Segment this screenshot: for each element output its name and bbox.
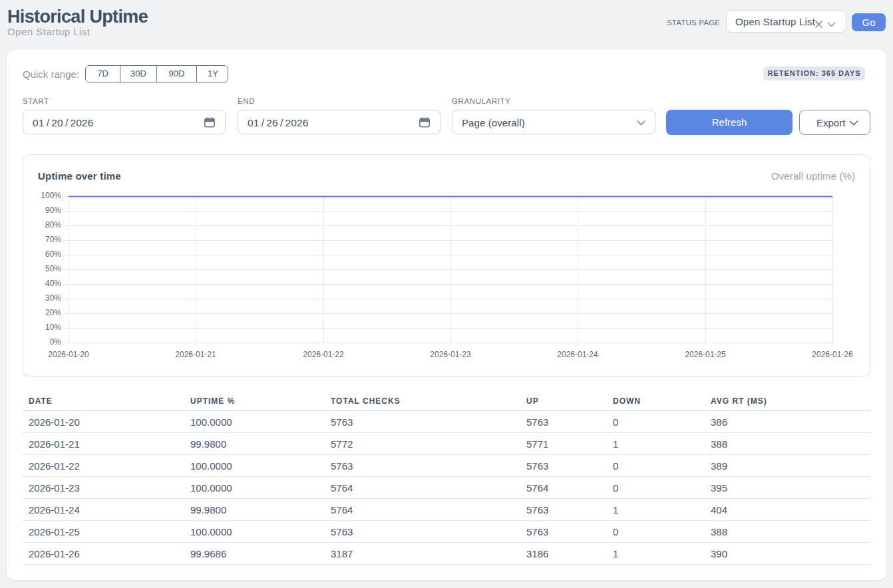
- svg-text:70%: 70%: [45, 235, 61, 244]
- svg-text:50%: 50%: [45, 264, 61, 273]
- svg-text:100%: 100%: [41, 191, 61, 200]
- svg-text:30%: 30%: [45, 293, 61, 303]
- svg-text:2026-01-21: 2026-01-21: [175, 350, 216, 359]
- svg-text:2026-01-23: 2026-01-23: [430, 350, 471, 359]
- svg-text:80%: 80%: [45, 220, 61, 229]
- svg-text:2026-01-24: 2026-01-24: [557, 350, 598, 359]
- svg-text:10%: 10%: [45, 323, 61, 332]
- svg-text:20%: 20%: [45, 308, 61, 317]
- svg-text:2026-01-22: 2026-01-22: [303, 350, 344, 359]
- svg-text:60%: 60%: [45, 249, 61, 259]
- svg-text:2026-01-26: 2026-01-26: [812, 350, 853, 359]
- svg-text:2026-01-25: 2026-01-25: [685, 350, 726, 359]
- svg-text:40%: 40%: [45, 279, 61, 288]
- svg-text:2026-01-20: 2026-01-20: [48, 350, 89, 359]
- svg-text:90%: 90%: [45, 206, 61, 215]
- svg-text:0%: 0%: [50, 337, 62, 347]
